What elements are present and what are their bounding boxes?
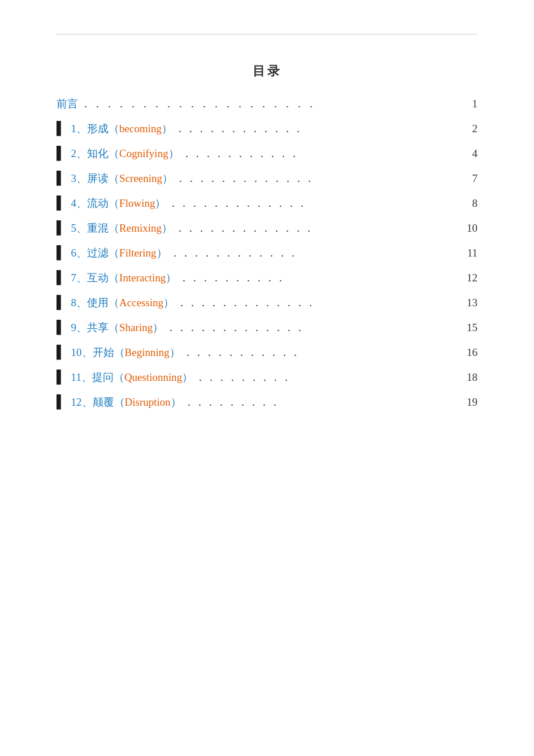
entry-dots: ．．．．．．．．．．．．． — [175, 221, 458, 236]
entry-page-num: 11 — [461, 247, 477, 259]
entry-cn: 、使用（ — [76, 297, 119, 309]
toc-entry: ▌12、颠覆（Disruption）．．．．．．．．．19 — [57, 395, 477, 410]
entry-title: 6、过滤（Filtering） — [71, 246, 167, 260]
entry-bullet-icon: ▌ — [57, 346, 66, 358]
toc-entry: ▌5、重混（Remixing）．．．．．．．．．．．．．10 — [57, 221, 477, 236]
entry-title: 1、形成（becoming） — [71, 121, 172, 136]
entry-en: Flowing — [119, 197, 155, 209]
entry-close: ） — [182, 371, 193, 383]
entry-number: 2 — [71, 147, 77, 159]
entry-page-num: 15 — [461, 321, 477, 334]
entry-dots: ．．．．．．．．．．．．． — [168, 196, 458, 211]
page-title: 目录 — [57, 63, 477, 80]
entry-bullet-icon: ▌ — [57, 221, 66, 234]
entry-bullet-icon: ▌ — [57, 122, 66, 134]
entry-number: 10 — [71, 346, 82, 358]
entry-en: Sharing — [119, 321, 153, 333]
entry-page-num: 7 — [461, 172, 477, 185]
entry-close: ） — [168, 147, 179, 159]
entry-bullet-icon: ▌ — [57, 246, 66, 259]
toc-entry: ▌10、开始（Beginning）．．．．．．．．．．．16 — [57, 345, 477, 360]
entry-close: ） — [162, 172, 173, 184]
entry-close: ） — [162, 123, 172, 134]
entry-dots: ．．．．．．．．． — [195, 370, 458, 385]
entry-bullet-icon: ▌ — [57, 296, 66, 309]
entry-cn: 、共享（ — [76, 321, 119, 333]
entry-number: 7 — [71, 272, 77, 284]
entry-bullet-icon: ▌ — [57, 147, 66, 159]
entry-close: ） — [163, 297, 174, 309]
entry-bullet-icon: ▌ — [57, 396, 66, 408]
entry-title: 4、流动（Flowing） — [71, 196, 166, 211]
entry-page-num: 10 — [461, 222, 477, 234]
entry-en: becoming — [119, 123, 162, 134]
entry-en: Disruption — [125, 396, 171, 408]
entry-cn: 、形成（ — [76, 123, 119, 134]
entry-bullet-icon: ▌ — [57, 321, 66, 333]
entry-cn: 、知化（ — [76, 147, 119, 159]
entry-dots: ．．．．．．．．．．．．． — [166, 320, 458, 335]
entry-en: Screening — [119, 172, 162, 184]
entry-bullet-icon: ▌ — [57, 172, 66, 184]
entry-number: 6 — [71, 247, 77, 259]
entry-dots: ．．．．．．．．．．． — [181, 146, 458, 161]
toc-entry: ▌2、知化（Cognifying）．．．．．．．．．．．4 — [57, 146, 477, 161]
entry-page-num: 19 — [461, 396, 477, 409]
entry-number: 12 — [71, 396, 82, 408]
entry-cn: 、重混（ — [76, 222, 119, 234]
entry-dots: ．．．．．．．．．．．． — [175, 121, 458, 136]
entry-cn: 、开始（ — [82, 346, 125, 358]
toc-entry: ▌3、屏读（Screening）．．．．．．．．．．．．．7 — [57, 171, 477, 186]
entry-number: 8 — [71, 297, 77, 309]
entry-close: ） — [153, 321, 163, 333]
entry-number: 9 — [71, 321, 77, 333]
entry-page-num: 4 — [461, 147, 477, 160]
entry-close: ） — [155, 197, 166, 209]
entry-title: 12、颠覆（Disruption） — [71, 395, 181, 410]
toc-entry: ▌6、过滤（Filtering）．．．．．．．．．．．．11 — [57, 246, 477, 260]
entry-title: 7、互动（Interacting） — [71, 271, 177, 285]
entry-cn: 、屏读（ — [76, 172, 119, 184]
entry-dots: ．．．．．．．．．．．．． — [176, 296, 458, 310]
entry-bullet-icon: ▌ — [57, 197, 66, 209]
entry-page-num: 16 — [461, 346, 477, 359]
toc-entry: ▌11、提问（Questionning）．．．．．．．．．18 — [57, 370, 477, 385]
preface-page: 1 — [461, 98, 477, 110]
toc-entry: ▌9、共享（Sharing）．．．．．．．．．．．．．15 — [57, 320, 477, 335]
entry-en: Cognifying — [119, 147, 168, 159]
entry-cn: 、互动（ — [76, 272, 119, 284]
toc-entry: ▌8、使用（Accessing）．．．．．．．．．．．．．13 — [57, 296, 477, 310]
entry-close: ） — [166, 272, 176, 284]
entry-dots: ．．．．．．．．．．．．． — [175, 171, 458, 186]
entry-number: 1 — [71, 123, 77, 134]
entry-number: 3 — [71, 172, 77, 184]
entry-title: 11、提问（Questionning） — [71, 370, 193, 385]
entry-number: 4 — [71, 197, 77, 209]
toc-preface-entry: 前言 ．．．．．．．．．．．．．．．．．．．． 1 — [57, 97, 477, 111]
entry-title: 9、共享（Sharing） — [71, 320, 164, 335]
toc-container: 前言 ．．．．．．．．．．．．．．．．．．．． 1 ▌1、形成（becoming… — [57, 97, 477, 410]
entry-en: Beginning — [125, 346, 170, 358]
entry-en: Remixing — [119, 222, 162, 234]
entry-cn: 、提问（ — [81, 371, 124, 383]
entry-cn: 、过滤（ — [76, 247, 119, 259]
entry-en: Questionning — [124, 371, 182, 383]
entry-close: ） — [170, 346, 180, 358]
toc-entry: ▌4、流动（Flowing）．．．．．．．．．．．．．8 — [57, 196, 477, 211]
entry-close: ） — [162, 222, 172, 234]
entry-en: Filtering — [119, 247, 156, 259]
entry-page-num: 18 — [461, 371, 477, 384]
entry-title: 5、重混（Remixing） — [71, 221, 172, 236]
entry-bullet-icon: ▌ — [57, 271, 66, 284]
entry-close: ） — [171, 396, 181, 408]
entry-dots: ．．．．．．．．． — [184, 395, 458, 410]
entry-title: 8、使用（Accessing） — [71, 296, 175, 310]
entry-en: Accessing — [119, 297, 163, 309]
entry-dots: ．．．．．．．．．． — [179, 271, 458, 285]
entry-close: ） — [157, 247, 167, 259]
entry-page-num: 13 — [461, 297, 477, 309]
entry-cn: 、颠覆（ — [82, 396, 125, 408]
entry-number: 5 — [71, 222, 77, 234]
page: 目录 前言 ．．．．．．．．．．．．．．．．．．．． 1 ▌1、形成（becom… — [0, 0, 534, 756]
entry-en: Interacting — [119, 272, 166, 284]
